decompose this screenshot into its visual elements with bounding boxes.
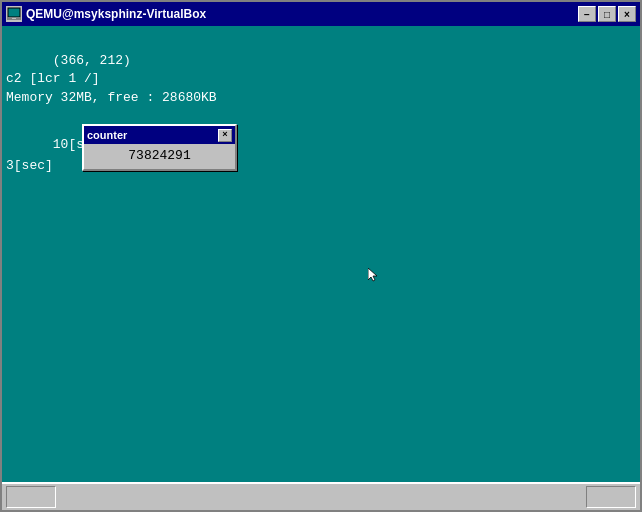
window-controls: − □ × [578, 6, 636, 22]
svg-rect-3 [12, 18, 16, 19]
window: QEMU@msyksphinz-VirtualBox − □ × (366, 2… [0, 0, 642, 512]
minimize-button[interactable]: − [578, 6, 596, 22]
maximize-button[interactable]: □ [598, 6, 616, 22]
popup-body: 73824291 [84, 144, 235, 169]
app-icon [6, 6, 22, 22]
terminal-line-2: c2 [lcr 1 /] [6, 71, 100, 86]
window-title: QEMU@msyksphinz-VirtualBox [26, 7, 574, 21]
svg-marker-4 [368, 268, 377, 281]
terminal-output: (366, 212) c2 [lcr 1 /] Memory 32MB, fre… [6, 34, 217, 125]
mouse-cursor [368, 268, 380, 280]
taskbar [2, 482, 640, 510]
popup-title: counter [87, 129, 127, 141]
terminal-line-3: Memory 32MB, free : 28680KB [6, 90, 217, 105]
taskbar-right-button[interactable] [586, 486, 636, 508]
time-label-2: 3[sec] [6, 158, 53, 173]
close-button[interactable]: × [618, 6, 636, 22]
terminal-content: (366, 212) c2 [lcr 1 /] Memory 32MB, fre… [2, 26, 640, 482]
terminal-line-1: (366, 212) [53, 53, 131, 68]
title-bar: QEMU@msyksphinz-VirtualBox − □ × [2, 2, 640, 26]
popup-close-button[interactable]: × [218, 129, 232, 142]
svg-rect-1 [8, 8, 20, 17]
counter-popup: counter × 73824291 [82, 124, 237, 171]
counter-value: 73824291 [128, 148, 190, 163]
taskbar-start-button[interactable] [6, 486, 56, 508]
popup-title-bar: counter × [84, 126, 235, 144]
